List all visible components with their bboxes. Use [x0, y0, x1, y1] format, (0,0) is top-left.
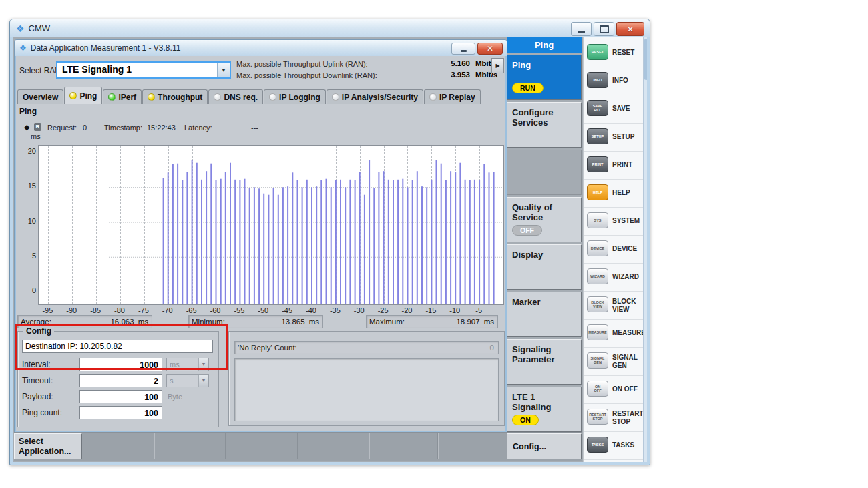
x-tick-label: -5 — [468, 306, 489, 314]
tab-dns-req-[interactable]: DNS req. — [208, 89, 263, 104]
softkey-signaling-parameter[interactable]: Signaling Parameter — [507, 339, 582, 385]
select-ran-dropdown[interactable]: LTE Signaling 1 ▼ — [56, 61, 231, 79]
tab-ip-analysis-security[interactable]: IP Analysis/Security — [327, 89, 423, 104]
y-axis-unit-label: ms — [31, 132, 41, 140]
hardkey-measure[interactable]: MEASUREMEASURE — [584, 319, 644, 348]
close-button[interactable]: ✕ — [477, 43, 503, 55]
hardkey-signal-gen[interactable]: SIGNAL GENSIGNAL GEN — [584, 347, 644, 376]
minimize-button[interactable] — [451, 43, 475, 55]
softkey-marker[interactable]: Marker — [507, 292, 582, 337]
hardkey-restart-stop[interactable]: RESTART STOPRESTART STOP — [584, 403, 644, 432]
info-key-icon: INFO — [587, 72, 608, 88]
no-reply-count-label: 'No Reply' Count: — [238, 344, 297, 352]
latency-bar — [297, 180, 298, 304]
hardkey-system[interactable]: SYSSYSTEM — [584, 207, 644, 236]
latency-bar — [469, 180, 471, 304]
x-tick-label: -15 — [420, 306, 441, 314]
interval-input[interactable]: 1000 — [79, 358, 162, 371]
hardkey-help[interactable]: HELPHELP — [584, 179, 644, 208]
tab-ping[interactable]: Ping — [64, 87, 102, 104]
measurement-tabs: OverviewPingIPerfThroughputDNS req.IP Lo… — [17, 87, 481, 104]
scrollbar-thumb[interactable] — [644, 39, 647, 80]
latency-bar — [268, 195, 269, 304]
latency-bar — [378, 172, 379, 304]
softkey-spacer — [507, 150, 582, 195]
x-tick-label: -60 — [204, 306, 226, 314]
tab-scroll-right-button[interactable]: ▶ — [491, 58, 504, 73]
x-tick-label: -30 — [349, 306, 370, 314]
tab-status-dot — [332, 93, 339, 101]
tab-label: Ping — [79, 91, 97, 101]
hardkey-print[interactable]: PRINTPRINT — [584, 151, 644, 180]
arrow-right-icon: ▶ — [495, 63, 499, 69]
hardkey-device[interactable]: DEVICEDEVICE — [584, 235, 644, 264]
latency-bar — [172, 164, 174, 304]
tab-overview[interactable]: Overview — [17, 89, 63, 104]
tab-ip-replay[interactable]: IP Replay — [424, 89, 481, 104]
latency-bar — [489, 172, 490, 304]
hardkey-label: RESTART STOP — [612, 410, 643, 425]
latency-bar — [244, 179, 246, 304]
latency-bar — [282, 187, 284, 304]
save-key-icon: SAVE RCL — [587, 100, 608, 116]
softkey-display[interactable]: Display — [507, 244, 582, 290]
maximize-button[interactable] — [594, 22, 614, 36]
latency-bar — [163, 178, 164, 304]
hardkey-tasks[interactable]: TASKSTASKS — [584, 431, 644, 460]
chevron-down-icon[interactable]: ▼ — [217, 63, 230, 77]
softkey-ping[interactable]: PingRUN — [507, 55, 582, 100]
hardkey-panel: RESETRESETINFOINFOSAVE RCLSAVESETUPSETUP… — [583, 37, 644, 462]
payload-input[interactable]: 100 — [79, 390, 162, 403]
softkey-configure-services[interactable]: Configure Services — [507, 102, 582, 148]
hardkey-wizard[interactable]: WIZARDWIZARD — [584, 263, 644, 292]
destination-ip-field[interactable]: Destination IP: 10.205.0.82 — [22, 340, 213, 353]
hardkey-label: HELP — [612, 189, 643, 197]
chevron-down-icon[interactable]: ▼ — [198, 358, 208, 371]
system-key-icon: SYS — [587, 212, 608, 228]
measurement-window-title: Data Application Measurement 1 - V3.8.11 — [31, 43, 181, 53]
timeout-input[interactable]: 2 — [79, 374, 162, 387]
hardkey-label: SIGNAL GEN — [612, 354, 643, 369]
ping-count-input[interactable]: 100 — [79, 406, 162, 419]
latency-bar — [239, 180, 240, 304]
no-reply-list[interactable] — [234, 358, 499, 421]
close-button[interactable]: ✕ — [616, 22, 644, 36]
measurement-titlebar[interactable]: ❖ Data Application Measurement 1 - V3.8.… — [15, 40, 507, 56]
hardkey-save[interactable]: SAVE RCLSAVE — [584, 95, 644, 124]
config-group: Config Destination IP: 10.205.0.82 Inter… — [17, 331, 219, 427]
latency-bar — [220, 179, 222, 304]
latency-bar — [479, 180, 480, 304]
latency-bar — [206, 171, 207, 304]
select-application-button[interactable]: Select Application... — [14, 433, 82, 459]
scrollbar[interactable] — [643, 37, 647, 462]
hardkey-label: SYSTEM — [612, 217, 643, 225]
tab-ip-logging[interactable]: IP Logging — [264, 89, 326, 104]
tab-iperf[interactable]: IPerf — [103, 89, 142, 104]
uplink-throughput-value: 5.160 — [391, 59, 470, 67]
hardkey-block-view[interactable]: BLOCK VIEWBLOCK VIEW — [584, 291, 644, 320]
tab-label: IPerf — [118, 93, 136, 102]
minimum-value: 13.865 — [281, 318, 304, 326]
measure-key-icon: MEASURE — [587, 324, 608, 340]
latency-bar — [254, 187, 255, 304]
cmw-titlebar[interactable]: ❖ CMW ✕ — [10, 19, 650, 37]
no-reply-count-field: 'No Reply' Count: 0 — [234, 341, 499, 354]
hardkey-label: SAVE — [612, 105, 643, 113]
minimize-button[interactable] — [571, 22, 592, 36]
config-button[interactable]: Config... — [507, 433, 582, 459]
chevron-down-icon[interactable]: ▼ — [198, 375, 208, 387]
hardkey-setup[interactable]: SETUPSETUP — [584, 123, 644, 152]
softkey-lte-1-signaling[interactable]: LTE 1 SignalingON — [507, 387, 582, 432]
latency-bar — [431, 180, 432, 304]
hardkey-label: MEASURE — [612, 329, 643, 337]
hardkey-reset[interactable]: RESETRESET — [584, 39, 644, 67]
tab-throughput[interactable]: Throughput — [142, 89, 208, 104]
softkey-quality-of-service[interactable]: Quality of ServiceOFF — [507, 197, 582, 242]
softkey-label: Signaling Parameter — [512, 344, 555, 364]
hardkey-on-off[interactable]: ON OFFON OFF — [584, 375, 644, 404]
timeout-unit-select[interactable]: s▼ — [166, 374, 209, 387]
help-key-icon: HELP — [587, 184, 608, 200]
interval-unit-select[interactable]: ms▼ — [166, 358, 209, 371]
hardkey-info[interactable]: INFOINFO — [584, 67, 644, 95]
latency-bar — [287, 186, 288, 304]
